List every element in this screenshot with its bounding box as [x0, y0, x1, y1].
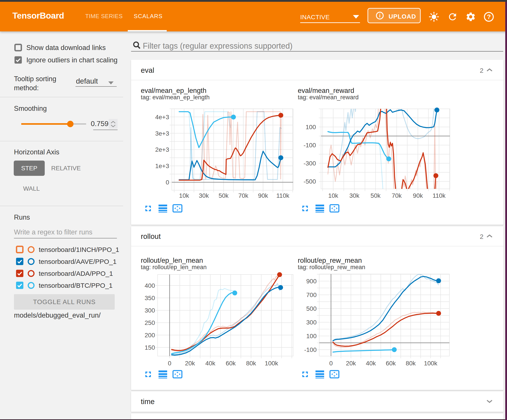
svg-text:3e+3: 3e+3	[155, 130, 169, 137]
svg-text:40k: 40k	[366, 360, 376, 367]
svg-text:50k: 50k	[371, 192, 381, 199]
svg-text:100: 100	[306, 333, 317, 339]
svg-text:50k: 50k	[218, 192, 229, 199]
svg-text:2e+3: 2e+3	[155, 146, 169, 153]
svg-text:700: 700	[306, 291, 317, 298]
svg-text:300: 300	[145, 307, 155, 314]
svg-text:110k: 110k	[276, 192, 289, 199]
svg-text:20k: 20k	[185, 360, 195, 367]
svg-text:-300: -300	[303, 160, 316, 167]
svg-text:30k: 30k	[199, 192, 209, 199]
svg-text:100: 100	[306, 124, 316, 131]
svg-text:400: 400	[145, 282, 155, 289]
svg-text:80k: 80k	[406, 360, 416, 367]
svg-text:80k: 80k	[246, 360, 256, 367]
svg-text:-500: -500	[303, 178, 316, 185]
svg-text:100k: 100k	[424, 360, 438, 367]
svg-text:900: 900	[306, 278, 317, 285]
svg-text:0: 0	[168, 360, 171, 367]
svg-text:20k: 20k	[346, 360, 356, 367]
svg-text:70k: 70k	[238, 192, 248, 199]
svg-text:500: 500	[306, 305, 317, 312]
svg-text:60k: 60k	[225, 360, 236, 367]
svg-text:10k: 10k	[179, 192, 189, 199]
svg-text:150: 150	[145, 344, 155, 351]
svg-text:0: 0	[329, 360, 333, 367]
svg-text:-100: -100	[304, 346, 317, 353]
svg-text:90k: 90k	[413, 192, 423, 199]
svg-text:110k: 110k	[433, 192, 446, 199]
svg-text:300: 300	[306, 319, 317, 326]
svg-text:350: 350	[145, 295, 155, 302]
svg-text:0: 0	[166, 179, 169, 186]
svg-text:?: ?	[487, 13, 491, 20]
svg-text:60k: 60k	[386, 360, 396, 367]
svg-text:4e+3: 4e+3	[155, 114, 169, 121]
svg-text:-100: -100	[303, 142, 316, 149]
svg-text:100k: 100k	[265, 360, 279, 367]
svg-text:70k: 70k	[392, 192, 402, 199]
svg-text:10k: 10k	[328, 192, 338, 199]
svg-text:30k: 30k	[349, 192, 359, 199]
svg-text:40k: 40k	[205, 360, 215, 367]
svg-text:250: 250	[145, 319, 155, 326]
svg-text:90k: 90k	[258, 192, 268, 199]
svg-text:1e+3: 1e+3	[155, 163, 169, 169]
svg-text:200: 200	[145, 332, 155, 339]
